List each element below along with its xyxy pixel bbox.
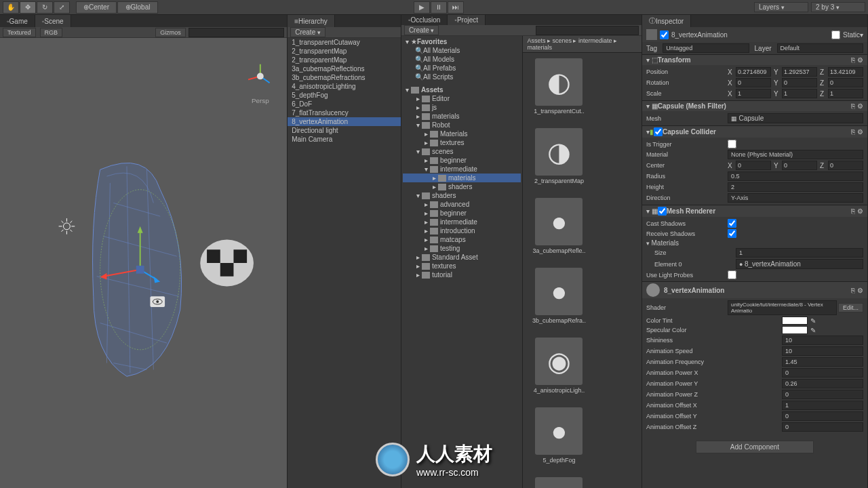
gizmos-dropdown[interactable]: Gizmos [155, 28, 186, 37]
tree-folder[interactable]: ▸Standard Asset [403, 253, 521, 262]
shader-prop-input[interactable] [782, 390, 863, 399]
tab-project[interactable]: ◦ Project [448, 15, 486, 25]
tree-folder[interactable]: ▸intermediate [403, 218, 521, 226]
is-trigger-checkbox[interactable] [728, 140, 736, 148]
color-field[interactable] [782, 326, 808, 334]
object-enabled-checkbox[interactable] [660, 30, 669, 39]
tree-folder[interactable]: ▸Editor [403, 94, 521, 103]
tab-hierarchy[interactable]: ≡ Hierarchy [288, 15, 335, 27]
height-input[interactable] [728, 182, 863, 192]
asset-item[interactable]: ◉4_anisotropicLigh.. [528, 338, 589, 394]
assets-header[interactable]: ▾Assets [403, 85, 521, 94]
add-component-button[interactable]: Add Component [696, 441, 814, 453]
hand-tool-button[interactable]: ✋ [3, 1, 19, 14]
hierarchy-item[interactable]: 1_transparentCutaway [288, 38, 401, 47]
direction-dropdown[interactable]: Y-Axis [728, 193, 863, 203]
hierarchy-item[interactable]: 6_DoF [288, 100, 401, 108]
favorite-item[interactable]: 🔍 All Materials [403, 46, 521, 55]
tree-folder[interactable]: ▸introduction [403, 226, 521, 235]
shader-prop-input[interactable] [782, 422, 863, 432]
tree-folder[interactable]: ▸matcaps [403, 235, 521, 244]
asset-item[interactable]: ◒6_DoF [528, 477, 589, 488]
receive-shadows-checkbox[interactable] [728, 229, 736, 238]
shader-prop-input[interactable] [782, 411, 863, 421]
light-probes-checkbox[interactable] [728, 270, 736, 279]
tree-folder[interactable]: ▸js [403, 103, 521, 112]
tree-folder[interactable]: ▸Materials [403, 129, 521, 138]
project-search-input[interactable] [536, 26, 639, 35]
asset-item[interactable]: ◐1_transparentCut.. [528, 58, 589, 115]
draw-mode-dropdown[interactable]: Textured [3, 28, 36, 37]
scene-viewport[interactable]: Persp [0, 38, 287, 488]
tree-folder[interactable]: ▸textures [403, 262, 521, 270]
tab-occlusion[interactable]: ◦ Occlusion [401, 15, 448, 25]
tree-folder[interactable]: ▸materials [403, 112, 521, 121]
layout-dropdown[interactable]: 2 by 3 ▾ [811, 2, 865, 12]
asset-item[interactable]: ◑2_transparentMap [528, 128, 589, 184]
shader-prop-input[interactable] [782, 368, 863, 378]
tab-game[interactable]: ◦ Game [0, 15, 35, 27]
step-button[interactable]: ⏭ [448, 1, 464, 14]
asset-item[interactable]: ●3a_cubemapRefle.. [528, 198, 589, 254]
material-element-field[interactable]: ● 8_vertexAnimation [736, 259, 863, 269]
tree-folder[interactable]: ▸textures [403, 138, 521, 147]
shader-prop-input[interactable] [782, 336, 863, 345]
breadcrumb[interactable]: Assets ▸ scenes ▸ intermediate ▸ materia… [523, 36, 642, 53]
transform-header[interactable]: ▾ ⬚ Transform⎘ ⚙ [642, 55, 867, 65]
hierarchy-item[interactable]: 8_vertexAnimation [288, 117, 401, 126]
scene-search-input[interactable] [189, 28, 284, 37]
asset-item[interactable]: ●5_depthFog [528, 407, 589, 464]
scale-tool-button[interactable]: ⤢ [54, 1, 70, 14]
renderer-header[interactable]: ▾ ▦ Mesh Renderer⎘ ⚙ [642, 205, 867, 217]
project-create-dropdown[interactable]: Create ▾ [404, 25, 439, 35]
color-field[interactable] [782, 317, 808, 325]
favorite-item[interactable]: 🔍 All Scripts [403, 73, 521, 81]
hierarchy-item[interactable]: Main Camera [288, 135, 401, 144]
mesh-filter-header[interactable]: ▾ ▦ Capsule (Mesh Filter)⎘ ⚙ [642, 101, 867, 111]
shader-prop-input[interactable] [782, 401, 863, 410]
favorite-item[interactable]: 🔍 All Prefabs [403, 64, 521, 73]
tree-folder[interactable]: ▸materials [403, 174, 521, 182]
shader-prop-input[interactable] [782, 379, 863, 388]
asset-item[interactable]: ●3b_cubemapRefra.. [528, 268, 589, 324]
hierarchy-item[interactable]: 2_transparentMap [288, 56, 401, 64]
tree-folder[interactable]: ▸beginner [403, 156, 521, 165]
hierarchy-item[interactable]: 5_depthFog [288, 91, 401, 100]
mesh-field[interactable]: ▦ Capsule [728, 113, 863, 123]
pause-button[interactable]: ⏸ [431, 1, 447, 14]
static-checkbox[interactable] [831, 30, 840, 39]
hierarchy-create-dropdown[interactable]: Create ▾ [290, 27, 326, 37]
hierarchy-item[interactable]: Directional light [288, 126, 401, 135]
hierarchy-item[interactable]: 2_transparentMap [288, 47, 401, 56]
tab-scene[interactable]: ◦ Scene [35, 15, 71, 27]
tree-folder[interactable]: ▸beginner [403, 209, 521, 218]
shader-edit-button[interactable]: Edit... [838, 303, 863, 312]
render-mode-dropdown[interactable]: RGB [40, 28, 63, 37]
tree-folder[interactable]: ▾Robot [403, 121, 521, 129]
hierarchy-item[interactable]: 7_flatTranslucency [288, 108, 401, 117]
cast-shadows-checkbox[interactable] [728, 219, 736, 228]
favorites-header[interactable]: ▾★ Favorites [403, 37, 521, 46]
tree-folder[interactable]: ▾intermediate [403, 165, 521, 174]
tree-folder[interactable]: ▾scenes [403, 147, 521, 156]
hierarchy-item[interactable]: 4_anisotropicLighting [288, 82, 401, 91]
collider-header[interactable]: ▾ ▮ Capsule Collider⎘ ⚙ [642, 126, 867, 138]
tab-inspector[interactable]: ⓘ Inspector [642, 15, 691, 27]
pivot-toggle[interactable]: ⊕ Center [76, 1, 117, 14]
tree-folder[interactable]: ▸shaders [403, 182, 521, 191]
hierarchy-item[interactable]: 3a_cubemapReflections [288, 64, 401, 73]
layers-dropdown[interactable]: Layers ▾ [754, 2, 808, 12]
tree-folder[interactable]: ▸tutorial [403, 270, 521, 279]
move-tool-button[interactable]: ✥ [20, 1, 36, 14]
rotate-tool-button[interactable]: ↻ [37, 1, 53, 14]
radius-input[interactable] [728, 171, 863, 181]
tree-folder[interactable]: ▾shaders [403, 191, 521, 200]
hierarchy-item[interactable]: 3b_cubemapRefractions [288, 73, 401, 82]
favorite-item[interactable]: 🔍 All Models [403, 55, 521, 64]
shader-prop-input[interactable] [782, 357, 863, 367]
tree-folder[interactable]: ▸testing [403, 244, 521, 253]
material-header[interactable]: 8_vertexAnimation⎘ ⚙ [642, 282, 867, 298]
play-button[interactable]: ▶ [414, 1, 430, 14]
physic-material-field[interactable]: None (Physic Material) [728, 150, 863, 159]
space-toggle[interactable]: ⊕ Global [117, 1, 158, 14]
